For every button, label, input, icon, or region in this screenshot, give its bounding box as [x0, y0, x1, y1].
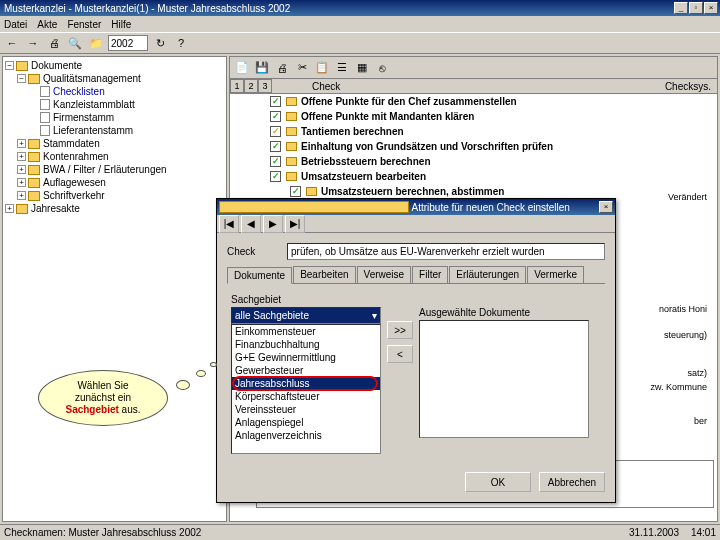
close-button[interactable]: ×	[704, 2, 718, 14]
maximize-button[interactable]: ▫	[689, 2, 703, 14]
list-item[interactable]: Vereinssteuer	[232, 403, 380, 416]
tab-verweise[interactable]: Verweise	[357, 266, 412, 283]
level-1[interactable]: 1	[230, 79, 244, 93]
year-input[interactable]	[108, 35, 148, 51]
checkbox-icon[interactable]	[270, 126, 281, 137]
folder-icon	[286, 127, 297, 136]
selected-docs-listbox[interactable]	[419, 320, 589, 438]
minimize-button[interactable]: _	[674, 2, 688, 14]
toolbar-help-icon[interactable]: ?	[172, 34, 190, 52]
rt-grid-icon[interactable]: ▦	[353, 59, 371, 77]
list-item[interactable]: Gewerbesteuer	[232, 364, 380, 377]
cancel-button[interactable]: Abbrechen	[539, 472, 605, 492]
tree-bwa[interactable]: BWA / Filter / Erläuterungen	[43, 163, 167, 176]
side-text: noratis Honi	[659, 304, 707, 314]
checkbox-icon[interactable]	[270, 171, 281, 182]
ok-button[interactable]: OK	[465, 472, 531, 492]
check-item[interactable]: Betriebssteuern berechnen	[301, 155, 431, 168]
list-item-selected[interactable]: Jahresabschluss	[232, 377, 380, 390]
tree-root[interactable]: Dokumente	[31, 59, 82, 72]
rt-save-icon[interactable]: 💾	[253, 59, 271, 77]
tree-firmen[interactable]: Firmenstamm	[53, 111, 114, 124]
toolbar-preview-icon[interactable]: 🔍	[66, 34, 84, 52]
check-item[interactable]: Einhaltung von Grundsätzen und Vorschrif…	[301, 140, 553, 153]
check-item[interactable]: Offene Punkte für den Chef zusammenstell…	[301, 95, 517, 108]
menu-akte[interactable]: Akte	[37, 19, 57, 30]
level-2[interactable]: 2	[244, 79, 258, 93]
tab-filter[interactable]: Filter	[412, 266, 448, 283]
check-input[interactable]	[287, 243, 605, 260]
tree-kanzlei[interactable]: Kanzleistammblatt	[53, 98, 135, 111]
nav-last-button[interactable]: ▶|	[285, 215, 305, 233]
check-item[interactable]: Umsatzsteuern bearbeiten	[301, 170, 426, 183]
menu-fenster[interactable]: Fenster	[67, 19, 101, 30]
expander-icon[interactable]: −	[17, 74, 26, 83]
doc-icon	[40, 86, 50, 97]
list-item[interactable]: Anlagenverzeichnis	[232, 429, 380, 442]
window-titlebar: Musterkanzlei - Musterkanzlei(1) - Muste…	[0, 0, 720, 16]
nav-prev-button[interactable]: ◀	[241, 215, 261, 233]
folder-icon	[28, 74, 40, 84]
nav-first-button[interactable]: |◀	[219, 215, 239, 233]
checkbox-icon[interactable]	[270, 141, 281, 152]
sachgebiet-dropdown[interactable]: alle Sachgebiete ▾	[231, 307, 381, 324]
toolbar-forward-icon[interactable]: →	[24, 34, 42, 52]
status-date: 31.11.2003	[629, 527, 679, 538]
callout-line2: zunächst ein	[75, 392, 131, 403]
nav-next-button[interactable]: ▶	[263, 215, 283, 233]
tree-stammdaten[interactable]: Stammdaten	[43, 137, 100, 150]
tree-auflage[interactable]: Auflagewesen	[43, 176, 106, 189]
expander-icon[interactable]: +	[17, 152, 26, 161]
rt-exit-icon[interactable]: ⎋	[373, 59, 391, 77]
menu-hilfe[interactable]: Hilfe	[111, 19, 131, 30]
tab-bearbeiten[interactable]: Bearbeiten	[293, 266, 355, 283]
checkbox-icon[interactable]	[290, 186, 301, 197]
expander-icon[interactable]: +	[17, 139, 26, 148]
expander-icon[interactable]: +	[17, 178, 26, 187]
rt-new-icon[interactable]: 📄	[233, 59, 251, 77]
expander-icon[interactable]: +	[5, 204, 14, 213]
check-item[interactable]: Offene Punkte mit Mandanten klären	[301, 110, 474, 123]
dialog-close-button[interactable]: ×	[599, 201, 613, 213]
checkbox-icon[interactable]	[270, 156, 281, 167]
callout-line1: Wählen Sie	[77, 380, 128, 391]
rt-cut-icon[interactable]: ✂	[293, 59, 311, 77]
rt-list-icon[interactable]: ☰	[333, 59, 351, 77]
move-right-button[interactable]: >>	[387, 321, 413, 339]
tab-vermerke[interactable]: Vermerke	[527, 266, 584, 283]
tree-schrift[interactable]: Schriftverkehr	[43, 189, 105, 202]
expander-icon[interactable]: +	[17, 165, 26, 174]
tree-checklisten[interactable]: Checklisten	[53, 85, 105, 98]
header-check: Check	[272, 81, 665, 92]
selected-docs-label: Ausgewählte Dokumente	[419, 307, 601, 318]
toolbar-back-icon[interactable]: ←	[3, 34, 21, 52]
toolbar-print-icon[interactable]: 🖨	[45, 34, 63, 52]
tab-dokumente[interactable]: Dokumente	[227, 267, 292, 284]
dialog-titlebar: Attribute für neuen Check einstellen ×	[217, 199, 615, 215]
tree-kontenrahmen[interactable]: Kontenrahmen	[43, 150, 109, 163]
expander-icon[interactable]: +	[17, 191, 26, 200]
level-3[interactable]: 3	[258, 79, 272, 93]
tree-liefer[interactable]: Lieferantenstamm	[53, 124, 133, 137]
rt-print-icon[interactable]: 🖨	[273, 59, 291, 77]
rt-copy-icon[interactable]: 📋	[313, 59, 331, 77]
toolbar-refresh-icon[interactable]: ↻	[151, 34, 169, 52]
list-item[interactable]: Finanzbuchhaltung	[232, 338, 380, 351]
list-item[interactable]: G+E Gewinnermittlung	[232, 351, 380, 364]
dialog-icon	[219, 201, 409, 213]
list-item[interactable]: Einkommensteuer	[232, 325, 380, 338]
check-item[interactable]: Umsatzsteuern berechnen, abstimmen	[321, 185, 504, 198]
tab-erlauterungen[interactable]: Erläuterungen	[449, 266, 526, 283]
check-item[interactable]: Tantiemen berechnen	[301, 125, 404, 138]
move-left-button[interactable]: <	[387, 345, 413, 363]
list-item[interactable]: Körperschaftsteuer	[232, 390, 380, 403]
tree-qm[interactable]: Qualitätsmanagement	[43, 72, 141, 85]
list-item[interactable]: Anlagenspiegel	[232, 416, 380, 429]
tree-jahresakte[interactable]: Jahresakte	[31, 202, 80, 215]
menu-datei[interactable]: Datei	[4, 19, 27, 30]
toolbar-folder-icon[interactable]: 📁	[87, 34, 105, 52]
sachgebiet-listbox[interactable]: Einkommensteuer Finanzbuchhaltung G+E Ge…	[231, 324, 381, 454]
checkbox-icon[interactable]	[270, 96, 281, 107]
expander-icon[interactable]: −	[5, 61, 14, 70]
checkbox-icon[interactable]	[270, 111, 281, 122]
